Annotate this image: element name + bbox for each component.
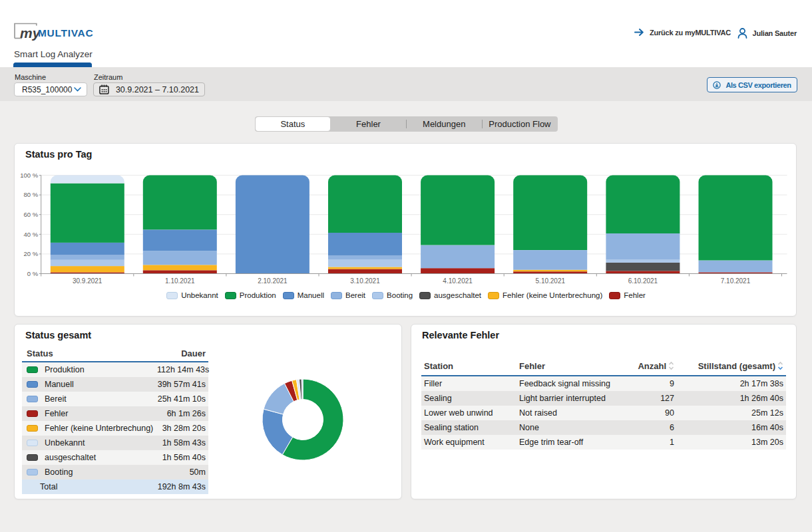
svg-text:3.10.2021: 3.10.2021 — [350, 277, 380, 285]
svg-text:100 %: 100 % — [20, 172, 38, 179]
svg-text:MULTIVAC: MULTIVAC — [38, 27, 93, 39]
svg-text:80 %: 80 % — [24, 191, 39, 198]
svg-text:40 %: 40 % — [24, 231, 39, 238]
svg-text:6.10.2021: 6.10.2021 — [628, 277, 658, 285]
svg-text:30.9.2021: 30.9.2021 — [73, 277, 102, 285]
svg-text:7.10.2021: 7.10.2021 — [721, 277, 751, 285]
svg-text:5.10.2021: 5.10.2021 — [536, 277, 566, 285]
svg-text:60 %: 60 % — [24, 211, 39, 218]
svg-text:20 %: 20 % — [24, 250, 39, 257]
svg-text:4.10.2021: 4.10.2021 — [443, 277, 473, 285]
svg-text:1.10.2021: 1.10.2021 — [165, 277, 195, 285]
svg-text:2.10.2021: 2.10.2021 — [258, 277, 288, 285]
svg-text:0 %: 0 % — [27, 270, 39, 277]
